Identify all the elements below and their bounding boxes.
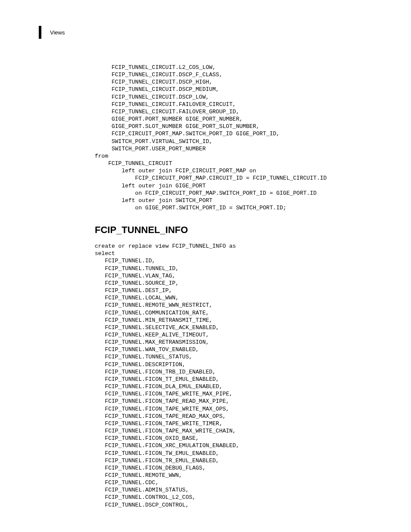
sql-code-block-1: FCIP_TUNNEL_CIRCUIT.L2_COS_LOW, FCIP_TUN… <box>95 64 385 212</box>
chapter-bar-icon <box>39 26 41 39</box>
header-label: Views <box>50 29 65 36</box>
page-content: Views FCIP_TUNNEL_CIRCUIT.L2_COS_LOW, FC… <box>0 0 411 532</box>
section-heading: FCIP_TUNNEL_INFO <box>95 224 385 236</box>
page-header: Views <box>39 26 385 39</box>
sql-code-block-2: create or replace view FCIP_TUNNEL_INFO … <box>95 243 385 509</box>
